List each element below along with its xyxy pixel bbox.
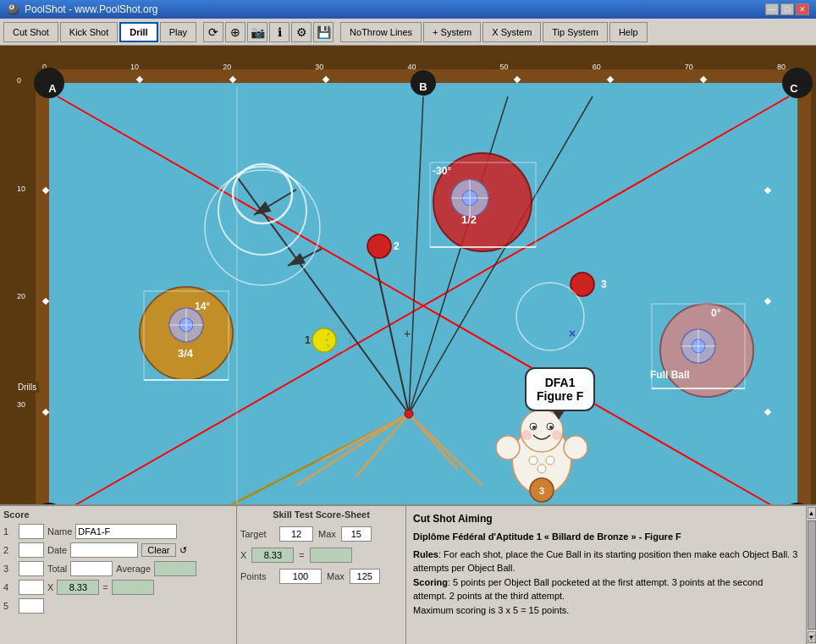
row-num-2: 2 <box>3 545 15 555</box>
x-system-button[interactable]: X System <box>482 22 541 42</box>
svg-point-102 <box>496 436 520 460</box>
camera-icon-button[interactable]: 📷 <box>247 22 267 42</box>
settings-icon-button[interactable]: ⚙ <box>291 22 312 42</box>
total-input[interactable] <box>70 561 113 576</box>
nothrow-lines-button[interactable]: NoThrow Lines <box>340 22 422 42</box>
svg-line-44 <box>322 414 409 460</box>
svg-rect-1 <box>42 76 804 525</box>
save-icon-button[interactable]: 💾 <box>313 22 334 42</box>
svg-text:+: + <box>404 327 411 340</box>
svg-text:0°: 0° <box>711 307 721 319</box>
points-max-input[interactable] <box>350 569 380 584</box>
target-input[interactable] <box>279 526 313 542</box>
row-num-4: 4 <box>3 582 15 592</box>
play-button[interactable]: Play <box>160 22 196 42</box>
svg-point-96 <box>549 426 553 429</box>
title-bar-controls[interactable]: — □ ✕ <box>765 3 809 15</box>
svg-point-53 <box>327 328 350 352</box>
svg-point-97 <box>521 430 532 440</box>
svg-rect-17 <box>42 298 49 305</box>
maximize-button[interactable]: □ <box>780 3 794 15</box>
points-label: Points <box>240 571 274 581</box>
speech-line2: Figure F <box>537 389 583 403</box>
scroll-up-button[interactable]: ▲ <box>808 507 816 519</box>
info-scoring: Scoring: 5 points per Object Ball pocket… <box>413 575 799 603</box>
svg-text:3: 3 <box>539 486 544 496</box>
scroll-thumb[interactable] <box>808 520 816 630</box>
help-button[interactable]: Help <box>609 22 648 42</box>
score-box-3[interactable] <box>19 561 44 576</box>
svg-rect-8 <box>700 76 707 83</box>
target-label: Target <box>240 529 274 539</box>
average-input[interactable] <box>154 561 196 576</box>
add-icon-button[interactable]: ⊕ <box>225 22 245 42</box>
score-box-1[interactable] <box>19 524 44 539</box>
skill-eq-input[interactable] <box>310 548 352 563</box>
svg-line-36 <box>237 177 409 414</box>
svg-rect-86 <box>652 304 745 388</box>
svg-line-41 <box>409 96 593 414</box>
score-row-5: 5 <box>3 597 233 614</box>
score-box-5[interactable] <box>19 598 44 614</box>
app-icon: 🎱 <box>7 3 19 15</box>
svg-text:3: 3 <box>601 278 607 290</box>
svg-rect-6 <box>514 76 521 83</box>
bottom-panel: Score 1 Name 2 Date Clear ↺ 3 <box>0 504 816 644</box>
rules-text: : For each shot, place the Cue Ball in i… <box>413 549 797 574</box>
svg-text:2: 2 <box>394 240 400 252</box>
svg-line-35 <box>68 96 789 509</box>
scrollbar[interactable]: ▲ ▼ <box>806 506 816 644</box>
svg-text:Full Ball: Full Ball <box>650 369 690 381</box>
result-input[interactable] <box>112 580 154 595</box>
skill-x-input[interactable] <box>251 548 294 563</box>
tip-system-button[interactable]: Tip System <box>543 22 608 42</box>
speech-line1: DFA1 <box>545 376 576 389</box>
drill-button[interactable]: Drill <box>119 22 157 42</box>
svg-line-42 <box>409 96 508 414</box>
equals-label: = <box>102 582 108 592</box>
svg-line-45 <box>356 414 409 477</box>
svg-point-80 <box>681 329 715 363</box>
svg-line-46 <box>296 414 409 486</box>
row-num-5: 5 <box>3 601 15 611</box>
pool-table-container: 01020304050607080 010203040 010203040 <box>0 46 816 534</box>
svg-line-43 <box>409 96 423 414</box>
info-max-scoring: Maximum scoring is 3 x 5 = 15 points. <box>413 603 799 618</box>
name-input[interactable] <box>75 524 177 539</box>
clear-icon[interactable]: ↺ <box>179 545 187 556</box>
info-icon-button[interactable]: ℹ <box>269 22 289 42</box>
score-box-2[interactable] <box>19 542 44 558</box>
svg-rect-16 <box>42 187 49 194</box>
total-label: Total <box>47 564 67 574</box>
svg-point-90 <box>205 170 320 285</box>
refresh-icon-button[interactable]: ⟳ <box>203 22 223 42</box>
skill-target-row: Target Max <box>240 525 402 543</box>
svg-text:A: A <box>48 82 57 95</box>
clear-button[interactable]: Clear <box>141 543 175 557</box>
title-bar: 🎱 PoolShot - www.PoolShot.org — □ ✕ <box>0 0 816 19</box>
svg-line-48 <box>409 414 482 486</box>
skill-title: Skill Test Score-Sheet <box>240 509 402 520</box>
plus-system-button[interactable]: + System <box>423 22 481 42</box>
minimize-button[interactable]: — <box>765 3 779 15</box>
score-box-4[interactable] <box>19 580 44 595</box>
x-input[interactable] <box>57 580 99 595</box>
info-panel: Cut Shot Aiming Diplôme Fédéral d'Aptitu… <box>406 506 806 644</box>
info-title: Cut Shot Aiming <box>413 511 799 526</box>
skill-equals-label: = <box>299 550 304 560</box>
speech-bubble: DFA1 Figure F <box>525 367 595 411</box>
kick-shot-button[interactable]: Kick Shot <box>60 22 118 42</box>
max-input[interactable] <box>341 526 372 542</box>
points-input[interactable] <box>279 569 322 584</box>
date-input[interactable] <box>70 542 138 558</box>
svg-line-34 <box>58 96 779 509</box>
svg-point-79 <box>660 304 753 397</box>
cut-shot-button[interactable]: Cut Shot <box>3 22 58 42</box>
svg-line-39 <box>254 190 296 215</box>
svg-text:B: B <box>419 80 427 93</box>
svg-point-81 <box>692 339 705 353</box>
svg-point-91 <box>512 427 571 494</box>
score-rows: 1 Name 2 Date Clear ↺ 3 Total Average <box>3 523 233 614</box>
resize-handle[interactable] <box>806 634 816 644</box>
close-button[interactable]: ✕ <box>796 3 809 15</box>
